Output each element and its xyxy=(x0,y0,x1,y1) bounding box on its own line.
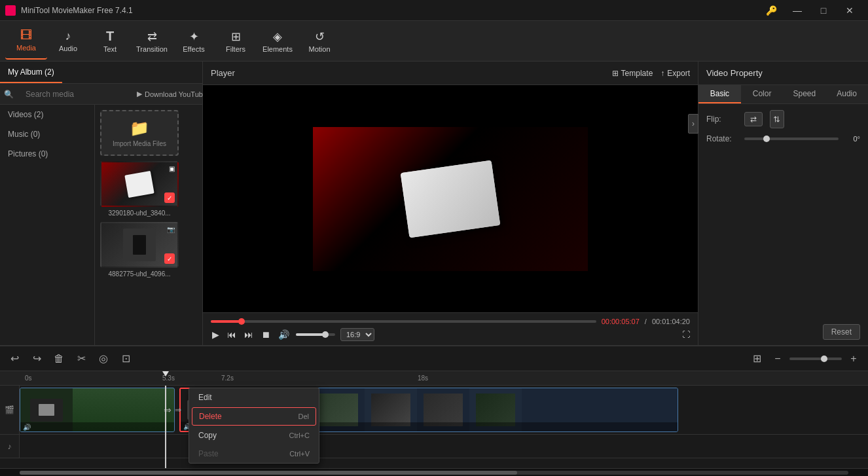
timeline-area: ↩ ↪ 🗑 ✂ ◎ ⊡ ⊞ − + 0s 5.3s 7.2s 18s xyxy=(0,345,868,476)
video-clip-3[interactable]: 🔊 xyxy=(259,388,678,432)
toolbar-filters[interactable]: ⊞ Filters xyxy=(215,23,257,60)
ruler-mark-72s: 7.2s xyxy=(221,375,234,382)
progress-bar[interactable] xyxy=(211,320,596,323)
context-menu-delete[interactable]: Delete Del xyxy=(192,407,316,426)
import-thumb: 📁 Import Media Files xyxy=(100,110,179,156)
context-menu-copy[interactable]: Copy Ctrl+C xyxy=(189,426,319,445)
video-clip-1[interactable]: 🔊 ⇒ xyxy=(20,388,175,432)
delete-clip-button[interactable]: 🗑 xyxy=(50,350,68,368)
player-panel: Player ⊞ Template ↑ Export xyxy=(203,62,698,345)
audio-track-label: ♪ xyxy=(0,435,20,458)
toolbar-transition[interactable]: ⇄ Transition xyxy=(131,23,173,60)
media-file-2[interactable]: 📷 ✓ 4882775-uhd_4096... xyxy=(100,222,179,278)
app-title: MiniTool MovieMaker Free 7.4.1 xyxy=(21,6,133,15)
main-area: My Album (2) 🔍 ▶ Download YouTube Videos… xyxy=(0,62,868,345)
player-controls: 00:00:05:07 / 00:01:04:20 ▶ ⏮ ⏭ ⏹ 🔊 16:9… xyxy=(203,312,698,345)
stop-button[interactable]: ⏹ xyxy=(260,328,272,341)
timeline-toolbar: ↩ ↪ 🗑 ✂ ◎ ⊡ ⊞ − + xyxy=(0,346,868,371)
timeline-scrollbar[interactable] xyxy=(0,468,868,476)
split-button[interactable]: ✂ xyxy=(72,350,90,368)
undo-button[interactable]: ↩ xyxy=(5,350,24,368)
app-icon xyxy=(5,5,16,16)
volume-icon[interactable]: 🔊 xyxy=(277,328,291,341)
toolbar-effects[interactable]: ✦ Effects xyxy=(173,23,215,60)
prop-spacer xyxy=(698,151,868,319)
import-media-card[interactable]: 📁 Import Media Files xyxy=(100,110,179,156)
rotate-value: 0° xyxy=(844,135,860,143)
flip-horizontal-button[interactable]: ⇄ xyxy=(744,112,763,126)
toolbar-elements[interactable]: ◈ Elements xyxy=(257,23,298,60)
audio-detach-button[interactable]: ◎ xyxy=(94,350,113,368)
clip1-audio-icon: 🔊 xyxy=(23,424,31,431)
titlebar: MiniTool MovieMaker Free 7.4.1 🔑 — □ ✕ xyxy=(0,0,868,21)
context-menu: Edit Delete Del Copy Ctrl+C Paste Ctrl+V xyxy=(189,388,319,464)
template-button[interactable]: ⊞ Template xyxy=(612,69,653,78)
current-time: 00:00:05:07 xyxy=(602,318,640,325)
redo-button[interactable]: ↪ xyxy=(27,350,46,368)
template-icon: ⊞ xyxy=(612,69,619,78)
toolbar-text[interactable]: T Text xyxy=(89,23,131,60)
sidebar-item-pictures[interactable]: Pictures (0) xyxy=(0,144,94,164)
paste-shortcut: Ctrl+V xyxy=(289,450,310,458)
ruler-mark-0s: 0s xyxy=(25,375,32,382)
left-panel: My Album (2) 🔍 ▶ Download YouTube Videos… xyxy=(0,62,203,345)
search-icon: 🔍 xyxy=(0,90,18,99)
video-area xyxy=(203,85,698,312)
fullscreen-button[interactable]: ⛶ xyxy=(682,330,690,339)
filters-icon: ⊞ xyxy=(231,29,241,44)
text-icon: T xyxy=(106,29,114,44)
media-icon: 🎞 xyxy=(20,29,32,43)
audio-track-row: ♪ xyxy=(0,435,868,458)
player-actions: ⊞ Template ↑ Export xyxy=(612,69,690,78)
audio-track-icon: ♪ xyxy=(8,442,12,451)
play-button[interactable]: ▶ xyxy=(211,328,221,341)
prop-tab-speed[interactable]: Speed xyxy=(784,85,826,103)
zoom-in-button[interactable]: + xyxy=(844,350,863,368)
rotate-row: Rotate: 0° xyxy=(706,134,860,143)
toolbar-motion[interactable]: ↺ Motion xyxy=(298,23,340,60)
prop-tab-basic[interactable]: Basic xyxy=(698,85,741,103)
prop-tab-audio[interactable]: Audio xyxy=(825,85,868,103)
timeline-ruler: 0s 5.3s 7.2s 18s xyxy=(0,371,868,386)
next-frame-button[interactable]: ⏭ xyxy=(243,328,255,341)
elements-icon: ◈ xyxy=(273,29,282,44)
zoom-fit-button[interactable]: ⊞ xyxy=(748,350,766,368)
flip-vertical-button[interactable]: ⇄ xyxy=(770,110,784,128)
property-tabs: Basic Color Speed Audio xyxy=(698,85,868,104)
my-album-tab[interactable]: My Album (2) xyxy=(0,62,62,83)
selected-check-2: ✓ xyxy=(164,253,175,264)
toolbar-audio[interactable]: ♪ Audio xyxy=(47,23,89,60)
maximize-button[interactable]: □ xyxy=(810,0,837,21)
youtube-icon: ▶ xyxy=(137,90,142,98)
media-thumb-2: 📷 ✓ xyxy=(100,222,179,268)
time-separator: / xyxy=(645,318,647,325)
toolbar-media[interactable]: 🎞 Media xyxy=(5,23,47,60)
collapse-panel-button[interactable]: › xyxy=(688,114,698,134)
rotate-slider[interactable] xyxy=(744,137,839,140)
clip1-audio: 🔊 xyxy=(20,422,174,431)
reset-button[interactable]: Reset xyxy=(823,324,860,340)
close-button[interactable]: ✕ xyxy=(837,0,863,21)
zoom-out-button[interactable]: − xyxy=(769,350,787,368)
playback-buttons: ▶ ⏮ ⏭ ⏹ 🔊 16:9 4:3 1:1 ⛶ xyxy=(211,328,690,341)
volume-slider[interactable] xyxy=(296,333,335,336)
context-menu-edit[interactable]: Edit xyxy=(189,388,319,407)
zoom-slider[interactable] xyxy=(789,357,842,360)
aspect-ratio-select[interactable]: 16:9 4:3 1:1 xyxy=(340,328,374,341)
export-button[interactable]: ↑ Export xyxy=(660,69,690,78)
scrollbar-thumb[interactable] xyxy=(20,471,517,475)
media-file-1[interactable]: ▣ ✓ 3290180-uhd_3840... xyxy=(100,161,179,217)
sidebar-item-music[interactable]: Music (0) xyxy=(0,124,94,144)
video-track-row: 🎬 🔊 ⇒ xyxy=(0,386,868,435)
context-menu-paste[interactable]: Paste Ctrl+V xyxy=(189,445,319,463)
prev-frame-button[interactable]: ⏮ xyxy=(226,328,238,341)
minimize-button[interactable]: — xyxy=(784,0,810,21)
crop-button[interactable]: ⊡ xyxy=(117,350,135,368)
prop-tab-color[interactable]: Color xyxy=(741,85,784,103)
search-input[interactable] xyxy=(20,90,129,99)
key-icon[interactable]: 🔑 xyxy=(758,0,784,21)
effects-icon: ✦ xyxy=(189,29,199,44)
property-title: Video Property xyxy=(698,62,868,85)
sidebar-item-videos[interactable]: Videos (2) xyxy=(0,105,94,124)
progress-row: 00:00:05:07 / 00:01:04:20 xyxy=(211,318,690,325)
